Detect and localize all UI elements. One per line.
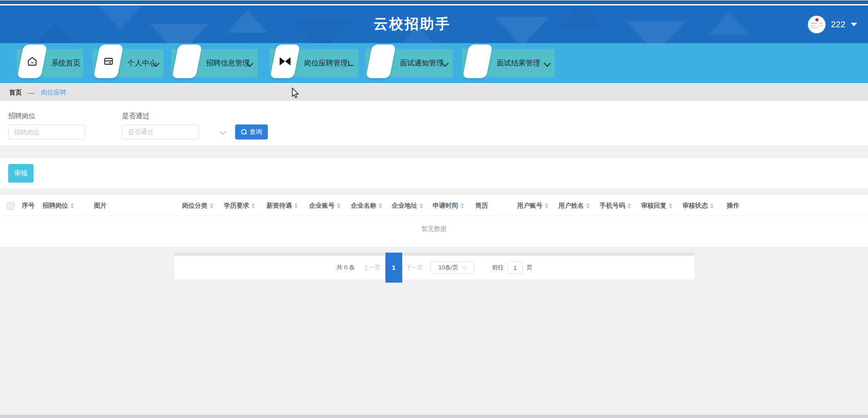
sort-icon — [252, 203, 255, 209]
header-pattern-triangle — [558, 5, 604, 28]
sort-icon — [545, 203, 548, 209]
nav-item-job-apply-mgmt[interactable]: 岗位应聘管理 — [270, 49, 358, 77]
nav-item-recruit-info-mgmt[interactable]: 招聘信息管理 — [172, 49, 257, 77]
table-header-row: 序号 招聘岗位 图片 岗位分类 学历要求 薪资待遇 企业账号 企业名称 企业地址… — [0, 199, 868, 216]
sort-icon — [294, 203, 298, 209]
nav-item-personal-center[interactable]: 个人中心 — [93, 49, 163, 77]
user-menu[interactable]: 222 — [808, 5, 857, 43]
sort-icon — [460, 203, 464, 209]
pass-filter-select[interactable]: 是否通过 — [122, 124, 199, 139]
header-pattern-triangle — [708, 12, 749, 35]
nav-label: 面试通知管理 — [400, 49, 444, 77]
sort-icon — [70, 203, 74, 209]
breadcrumb-separator: — — [28, 89, 35, 96]
sort-icon — [586, 203, 590, 209]
bottom-window-strip — [0, 415, 868, 418]
header-pattern-triangle — [291, 19, 354, 43]
next-page-button[interactable]: 下一页 — [406, 264, 424, 272]
page-title: 云校招助手 — [374, 15, 451, 34]
chevron-down-icon[interactable] — [851, 23, 857, 26]
column-header: 序号 — [22, 202, 43, 210]
column-header[interactable]: 企业地址 — [392, 202, 433, 210]
goto-page-label: 前往 — [492, 264, 504, 272]
sort-icon — [419, 203, 423, 209]
column-header[interactable]: 审核状态 — [682, 202, 727, 210]
column-header[interactable]: 审核回复 — [641, 202, 682, 210]
search-icon — [241, 129, 247, 135]
column-header[interactable]: 用户账号 — [517, 202, 558, 210]
header-pattern-triangle — [227, 10, 268, 33]
column-header[interactable]: 薪资待遇 — [266, 202, 309, 210]
header-pattern-triangle — [495, 17, 549, 43]
nav-label: 系统首页 — [51, 49, 80, 77]
sort-icon — [669, 203, 672, 209]
home-icon — [20, 45, 44, 78]
nav-item-interview-result-mgmt[interactable]: 面试结果管理 — [462, 49, 555, 77]
header-pattern-triangle — [626, 21, 686, 43]
nav-label: 招聘信息管理 — [206, 49, 250, 77]
nav-item-system-home[interactable]: 系统首页 — [17, 49, 83, 77]
breadcrumb-current[interactable]: 岗位应聘 — [41, 89, 66, 97]
chevron-down-icon — [544, 60, 551, 67]
goto-page-input[interactable] — [508, 261, 523, 274]
screen: 云校招助手 222 系统首页 — [0, 0, 868, 418]
main-nav: 系统首页 个人中心 招聘信息管理 岗位应聘管理 — [0, 43, 868, 83]
top-window-strip — [0, 0, 868, 5]
column-header[interactable]: 手机号码 — [600, 202, 641, 210]
filter-panel: 招聘岗位 是否通过 是否通过 查询 — [0, 101, 868, 145]
job-filter-input[interactable] — [8, 124, 85, 139]
column-header[interactable]: 申请时间 — [433, 202, 475, 210]
empty-state-text: 暂无数据 — [0, 225, 868, 233]
chevron-down-icon — [220, 129, 226, 135]
header-pattern-triangle — [95, 5, 145, 30]
pagination-total: 共 0 条 — [336, 264, 355, 272]
chevron-down-icon — [462, 264, 467, 269]
chevron-corner-icon — [348, 61, 353, 66]
column-header[interactable]: 用户姓名 — [558, 202, 600, 210]
search-button[interactable]: 查询 — [235, 124, 268, 139]
avatar-emblem — [815, 18, 819, 21]
column-header[interactable]: 企业名称 — [351, 202, 392, 210]
current-page-button[interactable]: 1 — [385, 253, 402, 283]
column-header[interactable]: 学历要求 — [224, 202, 266, 210]
column-header: 图片 — [94, 202, 182, 210]
id-card-icon — [97, 45, 120, 78]
top-window-strip-bar — [0, 0, 868, 4]
goto-page-suffix: 页 — [527, 264, 533, 272]
job-filter-label: 招聘岗位 — [8, 112, 35, 120]
audit-button[interactable]: 审核 — [8, 164, 34, 183]
audit-panel: 审核 — [0, 158, 868, 189]
pass-filter-placeholder: 是否通过 — [128, 128, 153, 136]
column-header[interactable]: 招聘岗位 — [43, 202, 94, 210]
pass-filter-label: 是否通过 — [122, 112, 149, 120]
header-pattern-triangle — [150, 24, 209, 43]
grid-9-icon — [175, 45, 199, 78]
app-header: 云校招助手 222 — [0, 5, 868, 43]
breadcrumb-home[interactable]: 首页 — [9, 89, 22, 97]
sort-icon — [379, 203, 382, 209]
user-name: 222 — [831, 20, 845, 30]
sort-icon — [210, 203, 213, 209]
bowtie-icon — [273, 45, 297, 78]
grid-4-icon — [369, 45, 393, 78]
nav-item-interview-notice-mgmt[interactable]: 面试通知管理 — [365, 49, 453, 77]
data-table: 序号 招聘岗位 图片 岗位分类 学历要求 薪资待遇 企业账号 企业名称 企业地址… — [0, 195, 868, 247]
column-header: 简历 — [475, 202, 517, 210]
nav-label: 面试结果管理 — [497, 49, 540, 77]
nav-label: 岗位应聘管理 — [304, 49, 348, 77]
sort-icon — [710, 203, 714, 209]
header-pattern-triangle — [27, 23, 82, 43]
grid-4-icon — [466, 45, 489, 78]
prev-page-button[interactable]: 上一页 — [363, 264, 381, 272]
column-header[interactable]: 岗位分类 — [182, 202, 224, 210]
breadcrumb: 首页 — 岗位应聘 — [0, 84, 868, 101]
sort-icon — [627, 203, 631, 209]
select-all-cell — [0, 202, 22, 210]
column-header: 操作 — [727, 202, 754, 210]
avatar[interactable] — [808, 16, 825, 33]
sort-icon — [337, 203, 340, 209]
pagination-bar: 共 0 条 上一页 1 下一页 10条/页 前往 页 — [174, 256, 695, 279]
select-all-checkbox[interactable] — [7, 202, 15, 210]
page-size-select[interactable]: 10条/页 — [430, 261, 474, 274]
column-header[interactable]: 企业账号 — [309, 202, 351, 210]
